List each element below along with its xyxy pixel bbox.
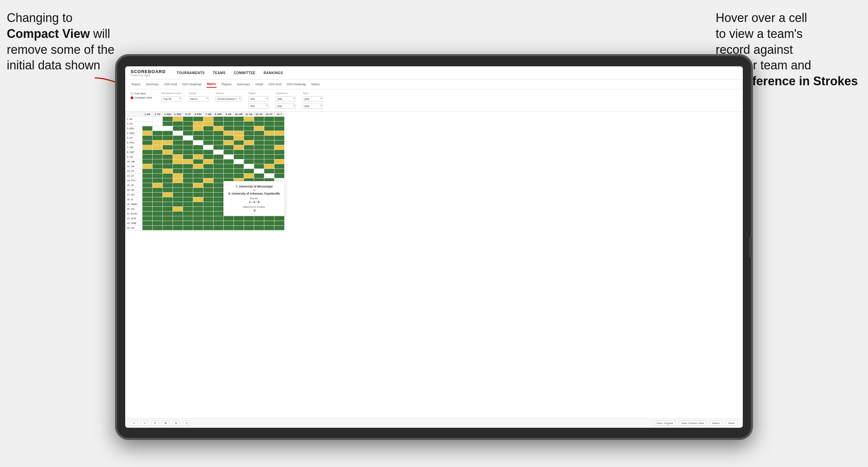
matrix-cell[interactable] — [153, 126, 163, 131]
matrix-cell[interactable] — [214, 155, 224, 159]
matrix-cell[interactable] — [183, 216, 193, 221]
matrix-cell[interactable] — [264, 117, 274, 121]
matrix-cell[interactable] — [254, 145, 264, 150]
matrix-cell[interactable] — [203, 202, 214, 207]
matrix-cell[interactable] — [183, 188, 193, 193]
matrix-cell[interactable] — [173, 212, 183, 216]
matrix-cell[interactable] — [153, 207, 163, 212]
matrix-cell[interactable] — [203, 188, 214, 193]
matrix-cell[interactable] — [193, 202, 203, 207]
matrix-cell[interactable] — [153, 159, 163, 164]
matrix-cell[interactable] — [163, 155, 173, 159]
view-original-button[interactable]: View: Original — [654, 421, 675, 426]
matrix-cell[interactable] — [224, 169, 234, 174]
matrix-cell[interactable] — [173, 121, 183, 126]
matrix-cell[interactable] — [193, 174, 203, 178]
matrix-cell[interactable] — [203, 150, 214, 155]
matrix-cell[interactable] — [142, 174, 153, 178]
matrix-cell[interactable] — [163, 140, 173, 145]
matrix-cell[interactable] — [183, 193, 193, 197]
matrix-cell[interactable] — [203, 221, 214, 226]
radio-compact-view[interactable]: Compact View — [131, 96, 152, 99]
matrix-cell[interactable] — [214, 202, 224, 207]
undo-button[interactable]: ↩ — [131, 421, 138, 426]
matrix-cell[interactable] — [153, 212, 163, 216]
matrix-cell[interactable] — [193, 126, 203, 131]
matrix-cell[interactable] — [214, 221, 224, 226]
matrix-cell[interactable] — [274, 121, 285, 126]
filter-team-select2[interactable]: (All) — [303, 104, 323, 109]
matrix-cell[interactable] — [153, 174, 163, 178]
matrix-cell[interactable] — [183, 221, 193, 226]
matrix-cell[interactable] — [163, 150, 173, 155]
matrix-cell[interactable] — [214, 121, 224, 126]
nav-committee[interactable]: COMMITTEE — [234, 70, 256, 76]
matrix-cell[interactable] — [173, 145, 183, 150]
nav-teams[interactable]: TEAMS — [213, 70, 226, 76]
matrix-cell[interactable] — [264, 145, 274, 150]
matrix-cell[interactable] — [254, 159, 264, 164]
matrix-cell[interactable] — [173, 207, 183, 212]
matrix-cell[interactable] — [153, 178, 163, 183]
matrix-cell[interactable] — [203, 155, 214, 159]
matrix-cell[interactable] — [173, 197, 183, 202]
matrix-cell[interactable] — [163, 126, 173, 131]
matrix-cell[interactable] — [234, 117, 244, 121]
matrix-cell[interactable] — [254, 174, 264, 178]
radio-full-view[interactable]: Full View — [131, 92, 152, 95]
subnav-teams[interactable]: Teams — [131, 81, 141, 87]
matrix-cell[interactable] — [244, 216, 254, 221]
matrix-cell[interactable] — [193, 212, 203, 216]
matrix-cell[interactable] — [153, 226, 163, 230]
matrix-cell[interactable] — [153, 155, 163, 159]
matrix-cell[interactable] — [234, 164, 244, 169]
matrix-cell[interactable] — [183, 207, 193, 212]
matrix-cell[interactable] — [244, 140, 254, 145]
matrix-cell[interactable] — [224, 131, 234, 136]
matrix-cell[interactable] — [254, 121, 264, 126]
matrix-cell[interactable] — [153, 193, 163, 197]
matrix-cell[interactable] — [163, 178, 173, 183]
matrix-cell[interactable] — [234, 145, 244, 150]
matrix-cell[interactable] — [234, 226, 244, 230]
matrix-cell[interactable] — [203, 164, 214, 169]
matrix-cell[interactable] — [214, 178, 224, 183]
matrix-cell[interactable] — [163, 216, 173, 221]
matrix-cell[interactable] — [183, 136, 193, 140]
matrix-cell[interactable] — [142, 159, 153, 164]
matrix-cell[interactable] — [153, 221, 163, 226]
matrix-cell[interactable] — [203, 183, 214, 188]
matrix-cell[interactable] — [173, 117, 183, 121]
matrix-cell[interactable] — [224, 117, 234, 121]
filter-gender-select[interactable]: Men's — [188, 96, 209, 102]
matrix-cell[interactable] — [274, 226, 285, 230]
matrix-cell[interactable] — [203, 126, 214, 131]
nav-rankings[interactable]: RANKINGS — [264, 70, 283, 76]
matrix-cell[interactable] — [264, 155, 274, 159]
matrix-cell[interactable] — [274, 131, 285, 136]
matrix-cell[interactable] — [163, 183, 173, 188]
filter-region-select[interactable]: N/A — [248, 96, 269, 102]
matrix-cell[interactable] — [214, 164, 224, 169]
matrix-cell[interactable] — [163, 174, 173, 178]
matrix-cell[interactable] — [173, 164, 183, 169]
matrix-cell[interactable] — [214, 117, 224, 121]
matrix-cell[interactable] — [153, 197, 163, 202]
matrix-cell[interactable] — [163, 117, 173, 121]
matrix-cell[interactable] — [142, 193, 153, 197]
matrix-cell[interactable] — [142, 150, 153, 155]
subnav-matrix2[interactable]: Matrix — [311, 81, 320, 87]
matrix-cell[interactable] — [274, 221, 285, 226]
matrix-cell[interactable] — [163, 164, 173, 169]
matrix-cell[interactable] — [203, 131, 214, 136]
matrix-cell[interactable] — [203, 212, 214, 216]
matrix-cell[interactable] — [142, 212, 153, 216]
matrix-cell[interactable] — [264, 150, 274, 155]
matrix-cell[interactable] — [234, 136, 244, 140]
matrix-cell[interactable] — [153, 117, 163, 121]
matrix-cell[interactable] — [173, 140, 183, 145]
matrix-cell[interactable] — [214, 183, 224, 188]
matrix-cell[interactable] — [173, 136, 183, 140]
matrix-cell[interactable] — [153, 131, 163, 136]
matrix-cell[interactable] — [203, 169, 214, 174]
